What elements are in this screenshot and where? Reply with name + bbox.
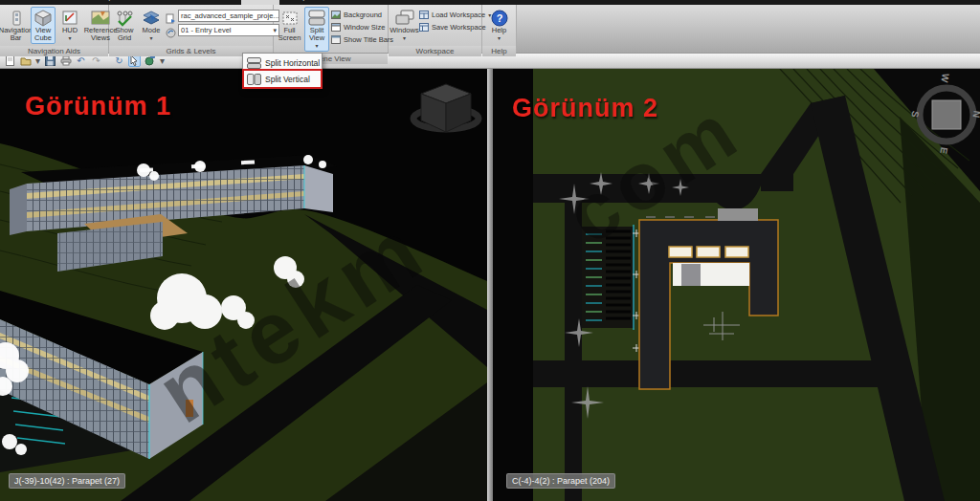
- ribbon: Navigation Bar View Cube HUD ▾: [0, 5, 980, 54]
- background-label: Background: [344, 11, 382, 19]
- help-button[interactable]: ? Help ▾: [486, 7, 512, 44]
- menu-item-split-vertical[interactable]: Split Vertical: [244, 71, 321, 87]
- panel-navigation-aids: Navigation Bar View Cube HUD ▾: [0, 5, 109, 53]
- level-combo[interactable]: 01 - Entry Level ▾: [178, 24, 279, 36]
- split-vertical-icon: [247, 74, 261, 85]
- tab-review[interactable]: Review: [137, 0, 185, 5]
- panel-workspace: Windows ▾ Load Workspace ▾: [389, 5, 482, 53]
- panel-grids-levels: Show Grid Mode ▾ rac_advanced_: [109, 5, 274, 53]
- panel-label-navigation-aids: Navigation Aids: [0, 46, 108, 56]
- full-screen-icon: [279, 9, 301, 27]
- viewport-1-status-chip: J(-39)-10(42) : Parapet (27): [9, 473, 125, 489]
- full-screen-label: Full Screen: [278, 27, 301, 42]
- view-cube-label: View Cube: [33, 27, 54, 42]
- project-combo[interactable]: rac_advanced_sample_proje... ▾: [178, 10, 279, 22]
- panel-help: ? Help ▾ Help: [482, 5, 517, 53]
- mode-label: Mode: [143, 27, 161, 34]
- load-workspace-icon: [419, 11, 429, 19]
- save-workspace-icon: [419, 23, 429, 32]
- project-combo-row: rac_advanced_sample_proje... ▾: [166, 10, 279, 22]
- compass-east-label: E: [938, 146, 949, 154]
- viewport-area: ntekm Görünüm 1 J(-39)-10(42) : Parapet …: [0, 69, 980, 501]
- windows-label: Windows: [390, 27, 418, 34]
- split-view-button[interactable]: Split View ▾: [304, 7, 329, 52]
- help-icon: ?: [489, 9, 510, 27]
- project-combo-value: rac_advanced_sample_proje...: [181, 11, 279, 20]
- tab-output[interactable]: Output: [279, 0, 324, 5]
- viewport-2[interactable]: com Görünüm 2 W N S E C(-4)-4(2) : Parap…: [493, 69, 980, 501]
- split-vertical-label: Split Vertical: [265, 75, 310, 84]
- hud-dropdown-arrow-icon: ▾: [68, 34, 71, 42]
- window-size-item[interactable]: Window Size: [331, 22, 393, 33]
- viewport-1[interactable]: ntekm Görünüm 1 J(-39)-10(42) : Parapet …: [0, 69, 487, 501]
- windows-button[interactable]: Windows ▾: [391, 7, 417, 44]
- navigation-bar-button[interactable]: Navigation Bar: [3, 7, 29, 44]
- show-grid-icon: [114, 9, 135, 27]
- panel-label-workspace: Workspace: [389, 46, 481, 56]
- compass-west-label: W: [939, 73, 950, 83]
- show-title-bars-item[interactable]: Show Title Bars: [331, 34, 393, 45]
- viewport-2-title: Görünüm 2: [512, 94, 658, 123]
- viewport-2-status-chip: C(-4)-4(2) : Parapet (204): [506, 473, 615, 489]
- save-workspace-label: Save Workspace: [432, 23, 486, 32]
- view-cube-button[interactable]: View Cube: [31, 7, 56, 44]
- level-combo-row: 01 - Entry Level ▾: [166, 24, 279, 36]
- application-window: Home Viewpoint Review Animation View Out…: [0, 0, 980, 501]
- navigation-bar-icon: [6, 9, 27, 27]
- background-item[interactable]: Background: [331, 10, 393, 20]
- menu-item-split-horizontal[interactable]: Split Horizontal: [244, 54, 321, 71]
- tab-render[interactable]: Render: [375, 0, 423, 5]
- tab-view[interactable]: View: [241, 0, 278, 5]
- split-horizontal-icon: [247, 57, 261, 69]
- tab-bim360[interactable]: BIM 360: [324, 0, 376, 5]
- view-cube-icon: [33, 9, 54, 27]
- show-title-bars-label: Show Title Bars: [344, 35, 393, 44]
- background-icon: [331, 11, 341, 19]
- tab-home[interactable]: Home: [38, 0, 80, 5]
- tab-viewpoint[interactable]: Viewpoint: [80, 0, 137, 5]
- full-screen-button[interactable]: Full Screen: [277, 7, 302, 44]
- panel-label-help: Help: [482, 46, 516, 56]
- tab-bimtrack[interactable]: BIM Track: [423, 0, 481, 5]
- tab-animation[interactable]: Animation: [184, 0, 241, 5]
- scene-3d-perspective[interactable]: [0, 69, 487, 501]
- navigation-bar-label: Navigation Bar: [0, 27, 33, 42]
- split-view-label: Split View: [306, 27, 327, 42]
- project-file-icon: [166, 11, 176, 21]
- scene-plan-view[interactable]: [493, 69, 980, 501]
- level-combo-value: 01 - Entry Level: [181, 26, 232, 34]
- show-grid-button[interactable]: Show Grid: [112, 7, 137, 44]
- compass-south-label: S: [909, 110, 921, 118]
- load-workspace-button[interactable]: Load Workspace ▾: [419, 10, 491, 20]
- hud-icon: [59, 9, 80, 27]
- mode-dropdown-arrow-icon: ▾: [149, 34, 152, 42]
- split-view-dropdown-arrow-icon: ▾: [315, 42, 318, 50]
- show-title-bars-icon: [331, 35, 341, 44]
- help-dropdown-arrow-icon: ▾: [498, 34, 501, 42]
- load-workspace-label: Load Workspace: [432, 11, 485, 19]
- viewport-1-title: Görünüm 1: [25, 92, 171, 121]
- hud-label: HUD: [62, 27, 78, 34]
- split-view-icon: [306, 9, 327, 27]
- level-icon: [166, 25, 176, 35]
- show-grid-label: Show Grid: [114, 27, 135, 42]
- window-size-icon: [331, 23, 341, 32]
- ribbon-empty-area: [517, 5, 980, 53]
- window-size-label: Window Size: [344, 23, 385, 32]
- reference-views-icon: [90, 9, 111, 27]
- panel-scene-view: Full Screen Split View ▾ Background: [274, 5, 389, 53]
- svg-text:?: ?: [496, 12, 502, 24]
- save-workspace-button[interactable]: Save Workspace: [419, 22, 491, 33]
- split-horizontal-label: Split Horizontal: [265, 58, 320, 68]
- mode-button[interactable]: Mode ▾: [139, 7, 164, 44]
- hud-button[interactable]: HUD ▾: [57, 7, 82, 44]
- windows-dropdown-arrow-icon: ▾: [403, 34, 406, 42]
- ribbon-tab-strip: Home Viewpoint Review Animation View Out…: [0, 0, 980, 5]
- windows-icon: [394, 9, 415, 27]
- split-view-dropdown-menu: Split Horizontal Split Vertical: [242, 53, 323, 89]
- mode-icon: [141, 9, 162, 27]
- help-label: Help: [492, 27, 506, 34]
